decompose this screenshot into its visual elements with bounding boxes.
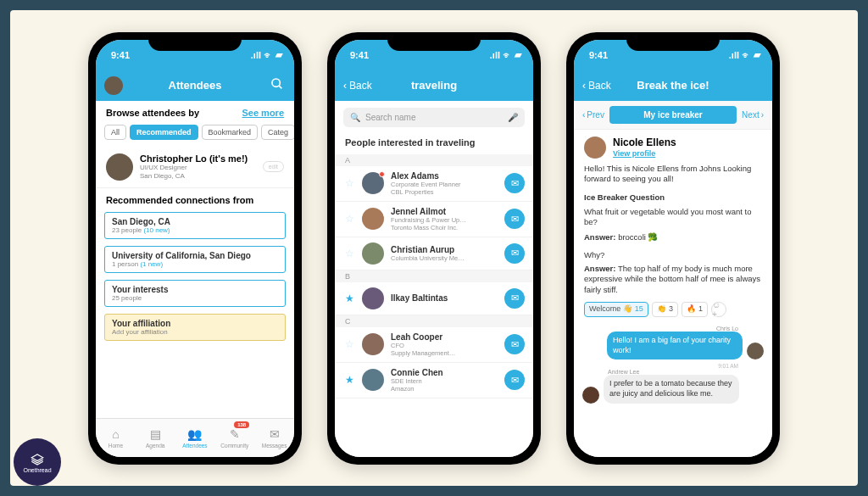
next-button[interactable]: Next› [742, 110, 764, 120]
tab-attendees[interactable]: 👥Attendees [175, 419, 215, 457]
avatar [362, 242, 384, 265]
avatar [362, 369, 384, 391]
star-icon[interactable]: ★ [343, 374, 355, 386]
screen: 9:41 .ıllᯤ▰ ‹ Back Break the ice! ‹Prev … [574, 40, 772, 457]
search-icon: 🔍 [350, 113, 360, 122]
notch [387, 32, 481, 51]
person-row[interactable]: ★Connie ChenSDE InternAmazon✉ [335, 363, 533, 398]
search-input[interactable]: 🔍 Search name 🎤 [343, 108, 525, 127]
pill-categories[interactable]: Categ [261, 125, 294, 140]
interest-title: People interested in traveling [335, 134, 533, 154]
attendees-icon: 👥 [187, 427, 202, 441]
back-button[interactable]: ‹ Back [582, 80, 611, 92]
star-icon[interactable]: ☆ [343, 213, 355, 225]
person-title: Corporate Event Planner [391, 181, 498, 188]
star-icon[interactable]: ☆ [343, 338, 355, 350]
mail-button[interactable]: ✉ [504, 243, 525, 264]
answer1: Answer: broccoli 🥦 [574, 231, 772, 244]
phone-traveling: 9:41 .ıllᯤ▰ ‹ Back traveling 🔍 Search na… [327, 32, 541, 465]
rec-card-location[interactable]: San Diego, CA 23 people (10 new) [104, 212, 286, 239]
reaction-clap[interactable]: 👏3 [652, 302, 678, 317]
svg-line-1 [279, 86, 281, 88]
status-time: 9:41 [589, 50, 608, 60]
badge: 138 [234, 421, 249, 428]
avatar-mini[interactable] [104, 76, 123, 95]
onethread-logo: Onethread [14, 438, 61, 486]
status-icons: .ıllᯤ▰ [490, 49, 521, 60]
tab-home[interactable]: ⌂Home [96, 419, 136, 457]
status-icons: .ıllᯤ▰ [729, 49, 760, 60]
me-name: Christopher Lo (it's me!) [140, 153, 256, 164]
add-reaction-button[interactable]: ☺+ [711, 302, 726, 317]
nav-row: ‹Prev My ice breaker Next› [574, 101, 772, 130]
message-out: Hello! I am a big fan of your charity wo… [582, 332, 764, 359]
svg-point-0 [272, 79, 280, 86]
mail-button[interactable]: ✉ [504, 173, 525, 193]
status-icons: .ıll ᯤ ▰ [251, 49, 282, 60]
card-title: Your affiliation [112, 319, 278, 328]
rec-title: Recommended connections from [96, 188, 294, 209]
mail-button[interactable]: ✉ [504, 370, 525, 390]
person-name: Leah Cooper [391, 332, 498, 342]
person-name: Christian Aurup [391, 245, 498, 254]
person-name: Ilkay Baltintas [391, 293, 498, 303]
card-sub: Add your affiliation [112, 328, 278, 336]
chevron-left-icon: ‹ [582, 80, 586, 92]
card-title: San Diego, CA [112, 217, 278, 226]
chevron-left-icon: ‹ [343, 80, 347, 92]
star-icon[interactable]: ☆ [343, 248, 355, 259]
why-label: Why? [574, 248, 772, 262]
card-title: Your interests [112, 285, 278, 294]
see-more-link[interactable]: See more [242, 108, 284, 118]
header: Attendees [96, 70, 294, 101]
tab-agenda[interactable]: ▤Agenda [136, 419, 175, 457]
rec-card-university[interactable]: University of California, San Diego 1 pe… [104, 246, 286, 273]
tab-bar: ⌂Home ▤Agenda 👥Attendees 138✎Community ✉… [96, 418, 294, 457]
people-list: A☆Alex AdamsCorporate Event PlannerCBL P… [335, 154, 533, 398]
card-new: (1 new) [140, 260, 163, 268]
person-org: Supply Management… [391, 349, 498, 357]
star-icon[interactable]: ☆ [343, 177, 355, 189]
person-row[interactable]: ☆Alex AdamsCorporate Event PlannerCBL Pr… [335, 166, 533, 202]
person-row[interactable]: ☆Christian AurupColumbia University Me…✉ [335, 237, 533, 270]
pill-all[interactable]: All [104, 125, 126, 140]
status-time: 9:41 [111, 50, 130, 60]
screen: 9:41 .ıllᯤ▰ ‹ Back traveling 🔍 Search na… [335, 40, 533, 457]
pill-recommended[interactable]: Recommended [130, 125, 198, 140]
me-row[interactable]: Christopher Lo (it's me!) UI/UX Designer… [96, 147, 294, 188]
mail-button[interactable]: ✉ [504, 288, 525, 309]
chat-area: Chris Lo Hello! I am a big fan of your c… [574, 322, 772, 457]
avatar [747, 343, 764, 359]
mic-icon[interactable]: 🎤 [508, 113, 518, 122]
browse-label: Browse attendees by [106, 108, 199, 118]
edit-icon[interactable]: edit [263, 161, 284, 172]
card-sub: 25 people [112, 294, 278, 302]
rec-card-interests[interactable]: Your interests 25 people [104, 280, 286, 307]
canvas: 9:41 .ıll ᯤ ▰ Attendees Browse attendees… [10, 10, 858, 486]
pill-bookmarked[interactable]: Bookmarked [202, 125, 259, 140]
mail-button[interactable]: ✉ [504, 334, 525, 354]
person-org: Amazon [391, 385, 498, 393]
rec-card-affiliation[interactable]: Your affiliation Add your affiliation [104, 314, 286, 341]
my-icebreaker-button[interactable]: My ice breaker [609, 106, 737, 124]
tab-messages[interactable]: ✉Messages [254, 419, 294, 457]
status-dot [379, 171, 385, 177]
prev-button[interactable]: ‹Prev [582, 110, 604, 120]
reaction-fire[interactable]: 🔥1 [682, 302, 708, 317]
star-icon[interactable]: ★ [343, 293, 355, 304]
reaction-welcome[interactable]: Welcome 👋15 [584, 302, 648, 317]
avatar[interactable] [584, 137, 606, 159]
view-profile-link[interactable]: View profile [613, 149, 655, 158]
header-title: Attendees [169, 79, 222, 92]
person-row[interactable]: ☆Jennel AilmotFundraising & Power Up…Tor… [335, 202, 533, 237]
person-row[interactable]: ☆Leah CooperCFOSupply Management…✉ [335, 327, 533, 363]
intro-text: Hello! This is Nicole Ellens from Johns … [574, 162, 772, 187]
question-text: What fruit or vegetable would you most w… [574, 205, 772, 230]
back-button[interactable]: ‹ Back [343, 80, 372, 92]
person-row[interactable]: ★Ilkay Baltintas✉ [335, 282, 533, 315]
mail-button[interactable]: ✉ [504, 209, 525, 229]
search-icon[interactable] [270, 77, 284, 93]
answer2: Answer: The top half of my body is much … [574, 262, 772, 297]
person-title: CFO [391, 342, 498, 349]
tab-community[interactable]: 138✎Community [214, 419, 254, 457]
